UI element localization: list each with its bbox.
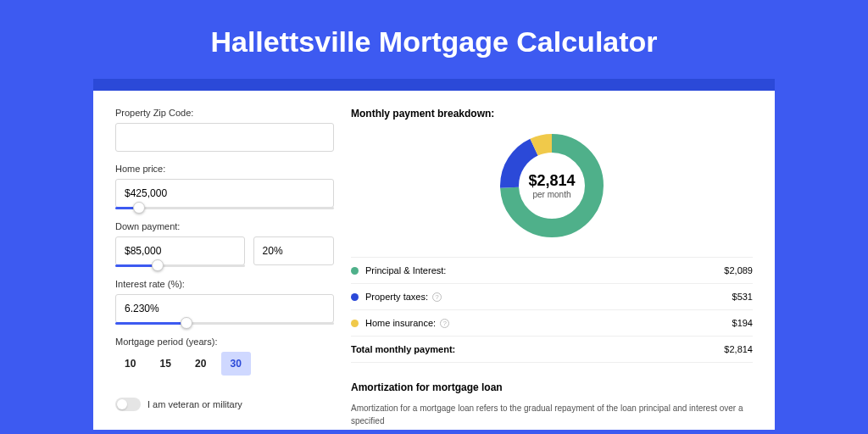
veteran-label: I am veteran or military (147, 399, 242, 409)
period-label: Mortgage period (years): (115, 337, 334, 347)
zip-label: Property Zip Code: (115, 108, 334, 118)
panel-wrap: Property Zip Code: Home price: Down paym… (93, 79, 775, 430)
donut-chart: $2,814 per month (351, 131, 753, 240)
legend: Principal & Interest: $2,089 Property ta… (351, 257, 753, 363)
legend-value: $531 (732, 292, 753, 302)
period-15[interactable]: 15 (151, 352, 181, 376)
breakdown-column: Monthly payment breakdown: $2,814 per mo… (351, 108, 753, 430)
down-payment-pct-input[interactable] (253, 236, 334, 265)
period-10[interactable]: 10 (115, 352, 146, 376)
legend-row-taxes: Property taxes:? $531 (351, 284, 753, 310)
legend-label: Property taxes:? (365, 292, 732, 302)
down-payment-label: Down payment: (115, 221, 334, 231)
home-price-field: Home price: (115, 164, 334, 209)
down-payment-amount-field (115, 236, 245, 267)
amort-text: Amortization for a mortgage loan refers … (351, 402, 753, 427)
down-payment-slider-handle[interactable] (152, 259, 164, 271)
zip-field: Property Zip Code: (115, 108, 334, 152)
legend-value: $2,089 (724, 265, 753, 275)
interest-label: Interest rate (%): (115, 279, 334, 289)
amort-title: Amortization for mortgage loan (351, 381, 753, 393)
veteran-toggle[interactable] (115, 398, 141, 411)
toggle-knob (117, 399, 127, 409)
down-payment-row (115, 236, 334, 279)
zip-input[interactable] (115, 123, 334, 152)
period-buttons: 10 15 20 30 (115, 352, 251, 376)
amortization-section: Amortization for mortgage loan Amortizat… (351, 381, 753, 427)
donut-amount: $2,814 (528, 172, 575, 190)
legend-label: Principal & Interest: (365, 265, 724, 275)
dot-icon (351, 320, 359, 327)
help-icon[interactable]: ? (432, 292, 442, 302)
home-price-label: Home price: (115, 164, 334, 174)
calculator-panel: Property Zip Code: Home price: Down paym… (93, 91, 775, 430)
donut-sub: per month (532, 190, 570, 199)
veteran-row: I am veteran or military (115, 398, 334, 411)
period-field: Mortgage period (years): 10 15 20 30 (115, 337, 334, 376)
legend-row-total: Total monthly payment: $2,814 (351, 337, 753, 363)
home-price-slider[interactable] (115, 207, 334, 209)
help-icon[interactable]: ? (440, 319, 449, 328)
home-price-input[interactable] (115, 179, 334, 208)
legend-label: Home insurance:? (365, 318, 732, 328)
breakdown-title: Monthly payment breakdown: (351, 108, 753, 120)
dot-icon (351, 267, 359, 275)
interest-field: Interest rate (%): (115, 279, 334, 325)
form-column: Property Zip Code: Home price: Down paym… (115, 108, 334, 430)
dot-icon (351, 293, 359, 301)
legend-row-principal: Principal & Interest: $2,089 (351, 258, 753, 284)
total-label: Total monthly payment: (351, 344, 724, 354)
period-30[interactable]: 30 (221, 352, 252, 376)
interest-slider-handle[interactable] (181, 317, 192, 329)
page-title: Hallettsville Mortgage Calculator (0, 0, 868, 79)
interest-input[interactable] (115, 294, 334, 323)
down-payment-input[interactable] (115, 236, 245, 265)
interest-slider[interactable] (115, 322, 334, 325)
legend-row-insurance: Home insurance:? $194 (351, 310, 753, 337)
down-payment-pct-field (253, 236, 334, 267)
donut-center: $2,814 per month (498, 131, 606, 240)
legend-value: $194 (732, 318, 753, 328)
total-value: $2,814 (724, 344, 753, 354)
period-20[interactable]: 20 (186, 352, 216, 376)
home-price-slider-handle[interactable] (133, 202, 145, 214)
down-payment-slider[interactable] (115, 264, 245, 267)
